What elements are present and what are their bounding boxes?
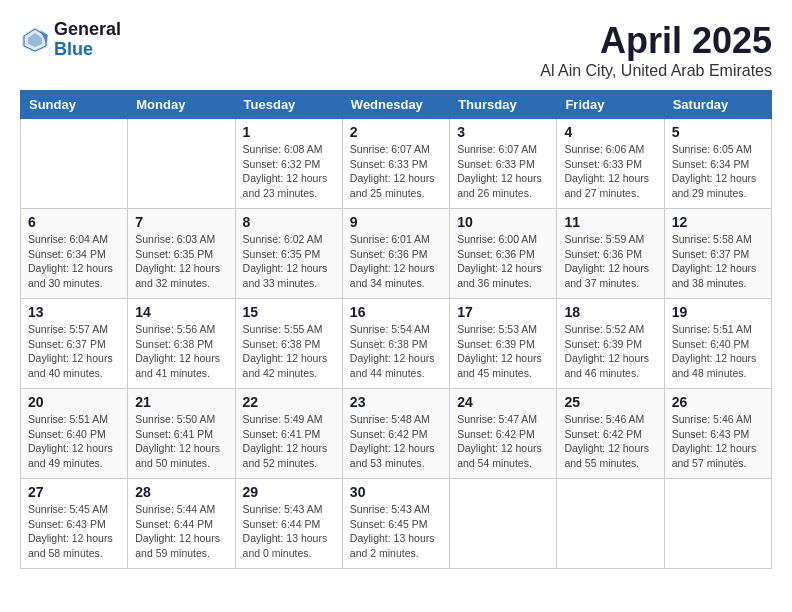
day-number: 9 <box>350 214 442 230</box>
day-number: 26 <box>672 394 764 410</box>
day-info: Sunrise: 5:51 AM Sunset: 6:40 PM Dayligh… <box>672 322 764 381</box>
day-number: 16 <box>350 304 442 320</box>
calendar-cell <box>450 479 557 569</box>
day-info: Sunrise: 6:00 AM Sunset: 6:36 PM Dayligh… <box>457 232 549 291</box>
calendar-week-row: 6Sunrise: 6:04 AM Sunset: 6:34 PM Daylig… <box>21 209 772 299</box>
day-number: 6 <box>28 214 120 230</box>
logo-blue: Blue <box>54 40 121 60</box>
location-title: Al Ain City, United Arab Emirates <box>540 62 772 80</box>
day-number: 7 <box>135 214 227 230</box>
weekday-header: Thursday <box>450 91 557 119</box>
day-info: Sunrise: 6:07 AM Sunset: 6:33 PM Dayligh… <box>350 142 442 201</box>
calendar-cell <box>557 479 664 569</box>
day-number: 23 <box>350 394 442 410</box>
calendar-cell: 18Sunrise: 5:52 AM Sunset: 6:39 PM Dayli… <box>557 299 664 389</box>
day-number: 13 <box>28 304 120 320</box>
calendar-cell <box>21 119 128 209</box>
day-number: 2 <box>350 124 442 140</box>
calendar-cell: 12Sunrise: 5:58 AM Sunset: 6:37 PM Dayli… <box>664 209 771 299</box>
calendar-cell: 28Sunrise: 5:44 AM Sunset: 6:44 PM Dayli… <box>128 479 235 569</box>
day-info: Sunrise: 6:05 AM Sunset: 6:34 PM Dayligh… <box>672 142 764 201</box>
day-number: 8 <box>243 214 335 230</box>
calendar-cell: 10Sunrise: 6:00 AM Sunset: 6:36 PM Dayli… <box>450 209 557 299</box>
calendar-cell: 25Sunrise: 5:46 AM Sunset: 6:42 PM Dayli… <box>557 389 664 479</box>
calendar-cell: 3Sunrise: 6:07 AM Sunset: 6:33 PM Daylig… <box>450 119 557 209</box>
day-number: 30 <box>350 484 442 500</box>
day-number: 1 <box>243 124 335 140</box>
day-info: Sunrise: 5:50 AM Sunset: 6:41 PM Dayligh… <box>135 412 227 471</box>
day-info: Sunrise: 5:49 AM Sunset: 6:41 PM Dayligh… <box>243 412 335 471</box>
month-title: April 2025 <box>540 20 772 62</box>
day-info: Sunrise: 5:43 AM Sunset: 6:45 PM Dayligh… <box>350 502 442 561</box>
logo: General Blue <box>20 20 121 60</box>
calendar-cell: 14Sunrise: 5:56 AM Sunset: 6:38 PM Dayli… <box>128 299 235 389</box>
day-info: Sunrise: 5:58 AM Sunset: 6:37 PM Dayligh… <box>672 232 764 291</box>
calendar-cell <box>664 479 771 569</box>
day-number: 15 <box>243 304 335 320</box>
logo-text: General Blue <box>54 20 121 60</box>
day-number: 29 <box>243 484 335 500</box>
day-info: Sunrise: 6:01 AM Sunset: 6:36 PM Dayligh… <box>350 232 442 291</box>
calendar-cell: 23Sunrise: 5:48 AM Sunset: 6:42 PM Dayli… <box>342 389 449 479</box>
calendar-cell: 2Sunrise: 6:07 AM Sunset: 6:33 PM Daylig… <box>342 119 449 209</box>
weekday-header: Monday <box>128 91 235 119</box>
calendar-cell: 26Sunrise: 5:46 AM Sunset: 6:43 PM Dayli… <box>664 389 771 479</box>
calendar-cell: 24Sunrise: 5:47 AM Sunset: 6:42 PM Dayli… <box>450 389 557 479</box>
calendar-cell: 13Sunrise: 5:57 AM Sunset: 6:37 PM Dayli… <box>21 299 128 389</box>
day-info: Sunrise: 5:43 AM Sunset: 6:44 PM Dayligh… <box>243 502 335 561</box>
calendar-cell: 27Sunrise: 5:45 AM Sunset: 6:43 PM Dayli… <box>21 479 128 569</box>
day-info: Sunrise: 5:52 AM Sunset: 6:39 PM Dayligh… <box>564 322 656 381</box>
day-info: Sunrise: 5:47 AM Sunset: 6:42 PM Dayligh… <box>457 412 549 471</box>
day-number: 12 <box>672 214 764 230</box>
day-info: Sunrise: 5:51 AM Sunset: 6:40 PM Dayligh… <box>28 412 120 471</box>
calendar-cell: 19Sunrise: 5:51 AM Sunset: 6:40 PM Dayli… <box>664 299 771 389</box>
day-number: 11 <box>564 214 656 230</box>
day-number: 10 <box>457 214 549 230</box>
day-info: Sunrise: 5:46 AM Sunset: 6:42 PM Dayligh… <box>564 412 656 471</box>
day-info: Sunrise: 5:56 AM Sunset: 6:38 PM Dayligh… <box>135 322 227 381</box>
calendar-cell: 29Sunrise: 5:43 AM Sunset: 6:44 PM Dayli… <box>235 479 342 569</box>
day-number: 4 <box>564 124 656 140</box>
day-info: Sunrise: 6:03 AM Sunset: 6:35 PM Dayligh… <box>135 232 227 291</box>
calendar-cell: 6Sunrise: 6:04 AM Sunset: 6:34 PM Daylig… <box>21 209 128 299</box>
day-info: Sunrise: 6:04 AM Sunset: 6:34 PM Dayligh… <box>28 232 120 291</box>
day-info: Sunrise: 6:06 AM Sunset: 6:33 PM Dayligh… <box>564 142 656 201</box>
calendar-cell: 7Sunrise: 6:03 AM Sunset: 6:35 PM Daylig… <box>128 209 235 299</box>
calendar-week-row: 1Sunrise: 6:08 AM Sunset: 6:32 PM Daylig… <box>21 119 772 209</box>
day-number: 25 <box>564 394 656 410</box>
day-number: 14 <box>135 304 227 320</box>
day-number: 5 <box>672 124 764 140</box>
day-info: Sunrise: 5:45 AM Sunset: 6:43 PM Dayligh… <box>28 502 120 561</box>
day-info: Sunrise: 5:57 AM Sunset: 6:37 PM Dayligh… <box>28 322 120 381</box>
day-info: Sunrise: 6:07 AM Sunset: 6:33 PM Dayligh… <box>457 142 549 201</box>
day-number: 27 <box>28 484 120 500</box>
logo-general: General <box>54 20 121 40</box>
calendar-cell: 15Sunrise: 5:55 AM Sunset: 6:38 PM Dayli… <box>235 299 342 389</box>
day-number: 19 <box>672 304 764 320</box>
weekday-header: Tuesday <box>235 91 342 119</box>
day-number: 24 <box>457 394 549 410</box>
calendar-week-row: 13Sunrise: 5:57 AM Sunset: 6:37 PM Dayli… <box>21 299 772 389</box>
calendar-cell: 8Sunrise: 6:02 AM Sunset: 6:35 PM Daylig… <box>235 209 342 299</box>
day-info: Sunrise: 5:46 AM Sunset: 6:43 PM Dayligh… <box>672 412 764 471</box>
calendar-cell: 1Sunrise: 6:08 AM Sunset: 6:32 PM Daylig… <box>235 119 342 209</box>
calendar-cell: 17Sunrise: 5:53 AM Sunset: 6:39 PM Dayli… <box>450 299 557 389</box>
calendar-cell: 22Sunrise: 5:49 AM Sunset: 6:41 PM Dayli… <box>235 389 342 479</box>
calendar-week-row: 20Sunrise: 5:51 AM Sunset: 6:40 PM Dayli… <box>21 389 772 479</box>
logo-icon <box>20 25 50 55</box>
day-info: Sunrise: 5:59 AM Sunset: 6:36 PM Dayligh… <box>564 232 656 291</box>
day-info: Sunrise: 5:53 AM Sunset: 6:39 PM Dayligh… <box>457 322 549 381</box>
calendar-cell: 11Sunrise: 5:59 AM Sunset: 6:36 PM Dayli… <box>557 209 664 299</box>
day-number: 20 <box>28 394 120 410</box>
day-info: Sunrise: 5:55 AM Sunset: 6:38 PM Dayligh… <box>243 322 335 381</box>
weekday-header-row: SundayMondayTuesdayWednesdayThursdayFrid… <box>21 91 772 119</box>
day-number: 17 <box>457 304 549 320</box>
day-number: 18 <box>564 304 656 320</box>
day-number: 21 <box>135 394 227 410</box>
calendar-cell <box>128 119 235 209</box>
day-number: 28 <box>135 484 227 500</box>
page-header: General Blue April 2025 Al Ain City, Uni… <box>20 20 772 80</box>
calendar-cell: 20Sunrise: 5:51 AM Sunset: 6:40 PM Dayli… <box>21 389 128 479</box>
calendar-cell: 9Sunrise: 6:01 AM Sunset: 6:36 PM Daylig… <box>342 209 449 299</box>
day-info: Sunrise: 5:54 AM Sunset: 6:38 PM Dayligh… <box>350 322 442 381</box>
